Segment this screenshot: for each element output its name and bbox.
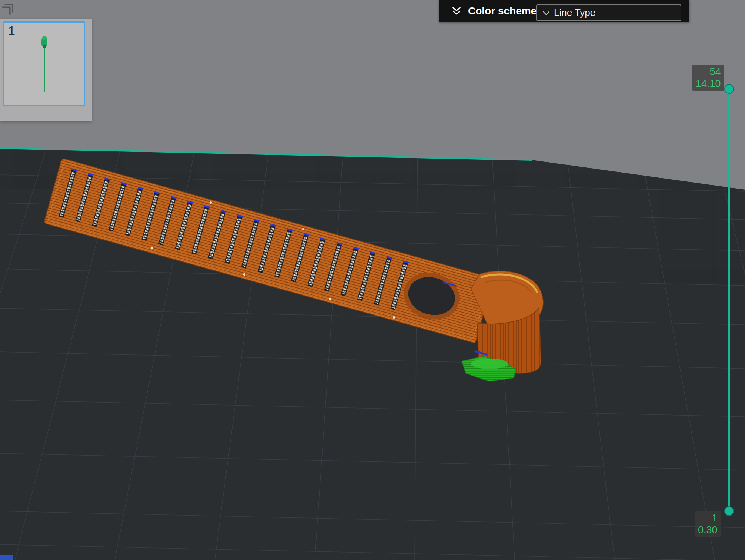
legend-collapse-icon[interactable] — [450, 5, 463, 17]
layer-slider-track[interactable] — [728, 89, 730, 511]
slicer-preview-window: 1 Color scheme Line Type — [0, 0, 745, 560]
line-type-dropdown[interactable]: Line Type — [536, 4, 681, 21]
slider-bottom-label: 1 0.30 — [695, 511, 721, 537]
color-scheme-label: Color scheme — [468, 5, 537, 17]
viewport-3d[interactable] — [0, 0, 745, 560]
layer-slider-bottom-handle[interactable] — [724, 506, 734, 516]
bottom-layer-number: 1 — [698, 512, 718, 524]
color-scheme-bar: Color scheme Line Type — [439, 0, 689, 22]
line-type-value: Line Type — [554, 7, 595, 19]
bottom-left-ui-fragment — [0, 555, 13, 560]
top-layer-height: 14.10 — [696, 78, 721, 90]
thumbnail-model-preview — [4, 23, 84, 105]
bottom-layer-height: 0.30 — [698, 524, 718, 536]
slider-top-label: 54 14.10 — [692, 65, 724, 91]
panel-collapse-icon[interactable] — [1, 0, 17, 16]
plate-thumbnail-panel: 1 — [0, 19, 92, 121]
layer-slider-top-handle[interactable] — [724, 84, 734, 94]
plate-thumbnail[interactable]: 1 — [3, 21, 85, 106]
top-layer-number: 54 — [696, 66, 721, 78]
chevron-down-icon — [541, 8, 551, 18]
plus-icon — [725, 85, 733, 93]
